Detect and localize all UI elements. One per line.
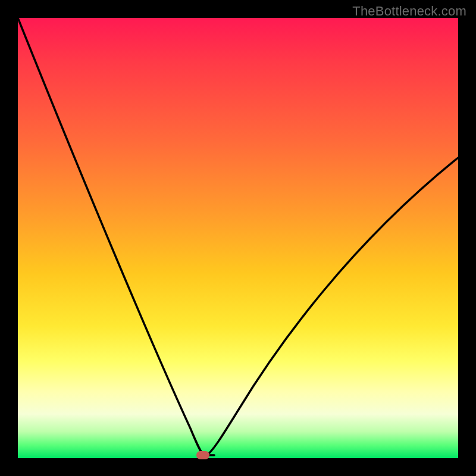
frame: TheBottleneck.com xyxy=(0,0,476,476)
bottleneck-curve xyxy=(18,18,458,458)
curve-left-branch xyxy=(18,18,214,455)
plot-area xyxy=(18,18,458,458)
watermark-text: TheBottleneck.com xyxy=(352,4,466,19)
optimum-marker xyxy=(196,451,209,459)
curve-right-branch xyxy=(207,158,458,455)
